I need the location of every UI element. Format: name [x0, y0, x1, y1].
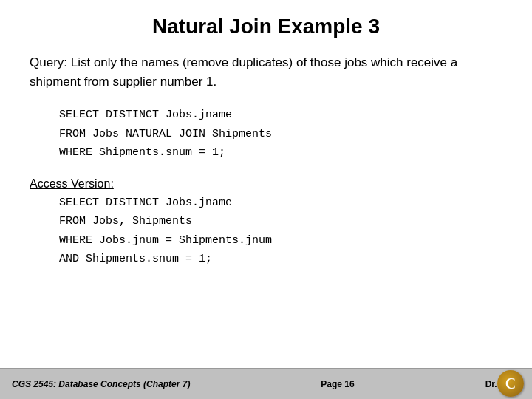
- footer-page: Page 16: [321, 379, 354, 389]
- access-line-2: FROM Jobs, Shipments: [59, 212, 502, 231]
- logo-circle: C: [497, 370, 524, 397]
- access-code-block: SELECT DISTINCT Jobs.jname FROM Jobs, Sh…: [59, 194, 502, 269]
- access-version-label: Access Version:: [30, 177, 502, 191]
- slide-title: Natural Join Example 3: [30, 15, 502, 38]
- access-version-section: Access Version: SELECT DISTINCT Jobs.jna…: [30, 177, 502, 269]
- main-code-block: SELECT DISTINCT Jobs.jname FROM Jobs NAT…: [59, 106, 502, 163]
- slide-footer: CGS 2545: Database Concepts (Chapter 7) …: [0, 368, 532, 399]
- access-line-1: SELECT DISTINCT Jobs.jname: [59, 194, 502, 213]
- slide-content: Natural Join Example 3 Query: List only …: [0, 0, 532, 368]
- query-text: Query: List only the names (remove dupli…: [30, 53, 502, 91]
- code-line-2: FROM Jobs NATURAL JOIN Shipments: [59, 125, 502, 144]
- logo-letter: C: [505, 375, 516, 392]
- access-line-3: WHERE Jobs.jnum = Shipments.jnum: [59, 231, 502, 250]
- code-line-1: SELECT DISTINCT Jobs.jname: [59, 106, 502, 125]
- access-line-4: AND Shipments.snum = 1;: [59, 250, 502, 269]
- footer-logo: C: [497, 369, 525, 398]
- footer-course: CGS 2545: Database Concepts (Chapter 7): [12, 379, 190, 389]
- code-line-3: WHERE Shipments.snum = 1;: [59, 143, 502, 163]
- slide: Natural Join Example 3 Query: List only …: [0, 0, 532, 399]
